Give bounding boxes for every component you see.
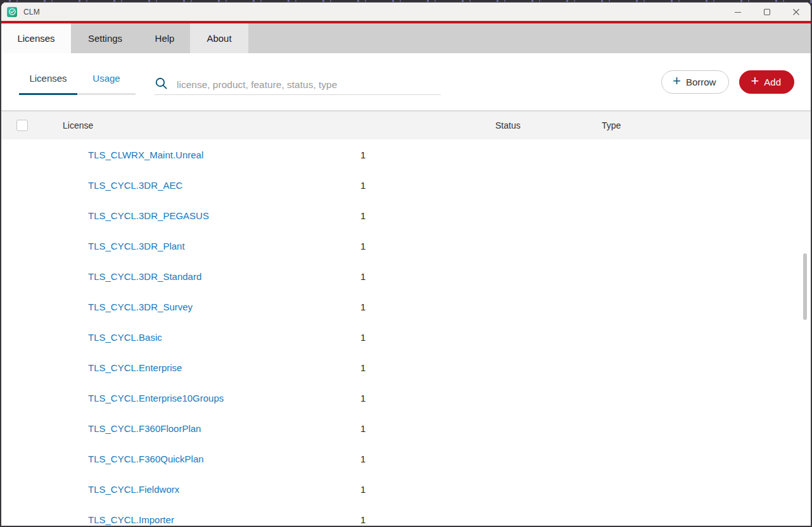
table-row: TLS_CYCL.Enterprise10Groups 1 (1, 383, 811, 413)
license-link[interactable]: TLS_CYCL.3DR_AEC (88, 170, 182, 200)
table-row: TLS_CYCL.3DR_PEGASUS 1 (1, 200, 811, 231)
table-row: TLS_CYCL.F360FloorPlan 1 (1, 413, 811, 443)
table-row: TLS_CYCL.3DR_Survey 1 (1, 291, 811, 322)
table-row: TLS_CYCL.3DR_AEC 1 (1, 170, 811, 200)
license-count: 1 (360, 200, 365, 231)
column-header-type: Type (602, 111, 621, 139)
table-row: TLS_CYCL.F360QuickPlan 1 (1, 443, 811, 474)
license-link[interactable]: TLS_CYCL.3DR_Standard (88, 261, 201, 291)
license-link[interactable]: TLS_CYCL.F360QuickPlan (88, 443, 204, 474)
tab-licenses[interactable]: Licenses (1, 23, 71, 53)
search-icon (155, 77, 168, 90)
window-title: CLM (23, 8, 40, 16)
license-count: 1 (360, 443, 365, 474)
table-row: TLS_CYCL.Enterprise 1 (1, 352, 811, 383)
main-tab-bar: Licenses Settings Help About (1, 23, 811, 53)
plus-icon: + (673, 74, 681, 88)
license-count: 1 (360, 474, 365, 504)
license-count: 1 (360, 413, 365, 443)
add-button[interactable]: + Add (739, 70, 794, 94)
app-check-badge-icon (7, 7, 17, 17)
license-link[interactable]: TLS_CYCL.Basic (88, 322, 162, 352)
license-link[interactable]: TLS_CLWRX_Maint.Unreal (88, 139, 203, 170)
close-icon[interactable] (782, 3, 811, 21)
license-link[interactable]: TLS_CYCL.Fieldworx (88, 474, 179, 504)
table-row: TLS_CYCL.3DR_Plant 1 (1, 231, 811, 261)
title-bar: CLM (1, 3, 811, 21)
license-count: 1 (360, 261, 365, 291)
table-row: TLS_CYCL.Basic 1 (1, 322, 811, 352)
license-count: 1 (360, 504, 365, 526)
license-count: 1 (360, 170, 365, 200)
minimize-icon[interactable] (723, 3, 752, 21)
license-count: 1 (360, 322, 365, 352)
tab-settings[interactable]: Settings (71, 23, 139, 53)
license-count: 1 (360, 231, 365, 261)
license-link[interactable]: TLS_CYCL.3DR_PEGASUS (88, 200, 209, 231)
license-count: 1 (360, 291, 365, 322)
license-link[interactable]: TLS_CYCL.Enterprise10Groups (88, 383, 224, 413)
subtab-licenses[interactable]: Licenses (19, 68, 77, 95)
toolbar-row: Licenses Usage + Borrow + Add (1, 53, 811, 110)
borrow-button[interactable]: + Borrow (661, 70, 729, 94)
license-link[interactable]: TLS_CYCL.Enterprise (88, 352, 182, 383)
license-count: 1 (360, 139, 365, 170)
window-controls (723, 3, 811, 21)
vertical-scrollbar-thumb[interactable] (803, 253, 807, 320)
tab-help[interactable]: Help (139, 23, 190, 53)
select-all-checkbox[interactable] (16, 120, 28, 131)
plus-icon: + (751, 74, 759, 88)
table-row: TLS_CYCL.3DR_Standard 1 (1, 261, 811, 291)
table-row: TLS_CYCL.Fieldworx 1 (1, 474, 811, 504)
license-link[interactable]: TLS_CYCL.3DR_Survey (88, 291, 193, 322)
column-header-status: Status (495, 111, 521, 139)
borrow-button-label: Borrow (686, 77, 716, 87)
table-header: License Status Type (1, 110, 811, 139)
license-count: 1 (360, 352, 365, 383)
table-row: TLS_CYCL.Importer 1 (1, 504, 811, 526)
license-link[interactable]: TLS_CYCL.F360FloorPlan (88, 413, 201, 443)
license-count: 1 (360, 383, 365, 413)
add-button-label: Add (764, 77, 781, 87)
maximize-icon[interactable] (752, 3, 782, 21)
clm-window: CLM Licenses Settings Help About License… (0, 2, 812, 527)
table-row: TLS_CLWRX_Maint.Unreal 1 (1, 139, 811, 170)
license-link[interactable]: TLS_CYCL.3DR_Plant (88, 231, 185, 261)
subtab-usage[interactable]: Usage (77, 68, 136, 95)
search-box (155, 68, 441, 95)
tab-about[interactable]: About (190, 23, 248, 53)
column-header-license: License (63, 111, 93, 139)
license-link[interactable]: TLS_CYCL.Importer (88, 504, 174, 526)
license-table-body: TLS_CLWRX_Maint.Unreal 1 TLS_CYCL.3DR_AE… (1, 139, 811, 526)
search-input[interactable] (177, 79, 441, 91)
sub-tab-bar: Licenses Usage (19, 68, 136, 95)
